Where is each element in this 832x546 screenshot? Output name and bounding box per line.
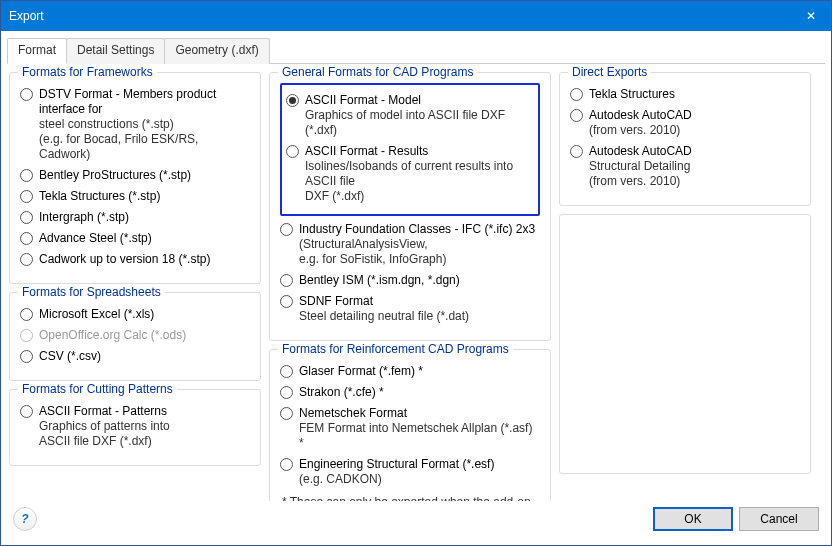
radio-tekla-structures-stp[interactable]: Tekla Structures (*.stp) <box>20 189 250 204</box>
group-title: Formats for Cutting Patterns <box>18 382 177 396</box>
radio-ascii-model[interactable]: ASCII Format - Model Graphics of model i… <box>286 93 534 138</box>
radio-bentley-prostructures[interactable]: Bentley ProStructures (*.stp) <box>20 168 250 183</box>
radio-icon <box>280 295 293 308</box>
radio-icon <box>20 308 33 321</box>
option-label: ASCII Format - Results <box>305 144 428 158</box>
group-title: Direct Exports <box>568 65 651 79</box>
option-label: ASCII Format - Patterns <box>39 404 167 418</box>
radio-icon <box>570 109 583 122</box>
group-formats-cutting-patterns: Formats for Cutting Patterns ASCII Forma… <box>9 389 261 466</box>
radio-dstv-format[interactable]: DSTV Format - Members product interface … <box>20 87 250 162</box>
tab-format[interactable]: Format <box>7 38 67 64</box>
close-icon: ✕ <box>806 9 816 23</box>
group-direct-exports: Direct Exports Tekla Structures Autodesk… <box>559 72 811 206</box>
radio-sdnf[interactable]: SDNF Format Steel detailing neutral file… <box>280 294 540 324</box>
radio-icon <box>570 88 583 101</box>
titlebar: Export ✕ <box>1 1 831 31</box>
radio-nemetschek[interactable]: Nemetschek Format FEM Format into Nemets… <box>280 406 540 451</box>
radio-icon <box>280 223 293 236</box>
option-label: Nemetschek Format <box>299 406 407 420</box>
radio-icon <box>280 458 293 471</box>
group-formats-spreadsheets: Formats for Spreadsheets Microsoft Excel… <box>9 292 261 381</box>
option-label: Autodesk AutoCAD <box>589 144 692 158</box>
close-button[interactable]: ✕ <box>791 1 831 31</box>
radio-advance-steel[interactable]: Advance Steel (*.stp) <box>20 231 250 246</box>
option-label: Tekla Structures <box>589 87 675 102</box>
option-label: Autodesk AutoCAD <box>589 108 692 122</box>
radio-autodesk-autocad-structural[interactable]: Autodesk AutoCAD Structural Detailing (f… <box>570 144 800 189</box>
group-title: Formats for Spreadsheets <box>18 285 165 299</box>
radio-glaser[interactable]: Glaser Format (*.fem) * <box>280 364 540 379</box>
cancel-button[interactable]: Cancel <box>739 507 819 531</box>
option-label: DSTV Format - Members product interface … <box>39 87 216 116</box>
option-label: Advance Steel (*.stp) <box>39 231 152 246</box>
tabstrip: Format Detail Settings Geometry (.dxf) <box>7 37 825 64</box>
radio-cadwork-18[interactable]: Cadwork up to version 18 (*.stp) <box>20 252 250 267</box>
radio-intergraph[interactable]: Intergraph (*.stp) <box>20 210 250 225</box>
group-general-cad-formats: General Formats for CAD Programs ASCII F… <box>269 72 551 341</box>
option-label: Engineering Structural Format (*.esf) <box>299 457 494 471</box>
group-formats-frameworks: Formats for Frameworks DSTV Format - Mem… <box>9 72 261 284</box>
radio-microsoft-excel[interactable]: Microsoft Excel (*.xls) <box>20 307 250 322</box>
group-title: General Formats for CAD Programs <box>278 65 477 79</box>
option-label: Tekla Structures (*.stp) <box>39 189 160 204</box>
option-label: Strakon (*.cfe) * <box>299 385 384 400</box>
option-label: CSV (*.csv) <box>39 349 101 364</box>
option-label: Microsoft Excel (*.xls) <box>39 307 154 322</box>
group-title: Formats for Frameworks <box>18 65 157 79</box>
option-label: Cadwork up to version 18 (*.stp) <box>39 252 210 267</box>
radio-icon <box>286 145 299 158</box>
tab-detail-settings[interactable]: Detail Settings <box>66 38 165 64</box>
group-title: Formats for Reinforcement CAD Programs <box>278 342 513 356</box>
option-label: SDNF Format <box>299 294 373 308</box>
radio-ascii-patterns[interactable]: ASCII Format - Patterns Graphics of patt… <box>20 404 250 449</box>
radio-openoffice-calc: OpenOffice.org Calc (*.ods) <box>20 328 250 343</box>
option-label: ASCII Format - Model <box>305 93 421 107</box>
help-button[interactable]: ? <box>13 507 37 531</box>
radio-icon <box>286 94 299 107</box>
radio-ascii-results[interactable]: ASCII Format - Results Isolines/Isobands… <box>286 144 534 204</box>
option-label: Glaser Format (*.fem) * <box>299 364 423 379</box>
option-label: OpenOffice.org Calc (*.ods) <box>39 328 186 343</box>
group-empty-placeholder <box>559 214 811 474</box>
radio-ifc[interactable]: Industry Foundation Classes - IFC (*.ifc… <box>280 222 540 267</box>
option-label: Bentley ProStructures (*.stp) <box>39 168 191 183</box>
radio-icon <box>20 329 33 342</box>
radio-bentley-ism[interactable]: Bentley ISM (*.ism.dgn, *.dgn) <box>280 273 540 288</box>
group-reinforcement-cad-formats: Formats for Reinforcement CAD Programs G… <box>269 349 551 501</box>
highlighted-dxf-options: ASCII Format - Model Graphics of model i… <box>280 83 540 216</box>
option-label: Industry Foundation Classes - IFC (*.ifc… <box>299 222 535 236</box>
tab-geometry-dxf[interactable]: Geometry (.dxf) <box>164 38 269 64</box>
radio-csv[interactable]: CSV (*.csv) <box>20 349 250 364</box>
option-label: Bentley ISM (*.ism.dgn, *.dgn) <box>299 273 460 288</box>
radio-icon <box>20 232 33 245</box>
help-icon: ? <box>21 512 28 526</box>
radio-icon <box>20 211 33 224</box>
radio-icon <box>20 350 33 363</box>
radio-icon <box>570 145 583 158</box>
radio-engineering-structural[interactable]: Engineering Structural Format (*.esf) (e… <box>280 457 540 487</box>
radio-icon <box>20 253 33 266</box>
radio-icon <box>20 405 33 418</box>
window-title: Export <box>9 9 791 23</box>
reinforcement-addon-note: * These can only be exported when the ad… <box>282 495 538 501</box>
radio-strakon[interactable]: Strakon (*.cfe) * <box>280 385 540 400</box>
radio-icon <box>20 88 33 101</box>
radio-icon <box>280 386 293 399</box>
radio-icon <box>20 190 33 203</box>
radio-autodesk-autocad[interactable]: Autodesk AutoCAD (from vers. 2010) <box>570 108 800 138</box>
ok-button[interactable]: OK <box>653 507 733 531</box>
radio-tekla-structures-direct[interactable]: Tekla Structures <box>570 87 800 102</box>
radio-icon <box>280 274 293 287</box>
option-label: Intergraph (*.stp) <box>39 210 129 225</box>
radio-icon <box>20 169 33 182</box>
radio-icon <box>280 365 293 378</box>
dialog-footer: ? OK Cancel <box>1 501 831 545</box>
radio-icon <box>280 407 293 420</box>
